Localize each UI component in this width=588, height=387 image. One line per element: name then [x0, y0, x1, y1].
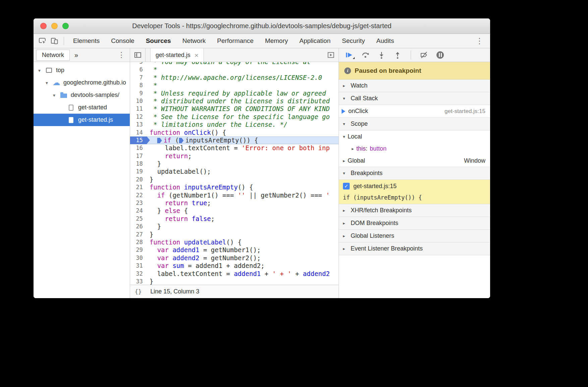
section-global-listeners[interactable]: ▸ Global Listeners — [339, 230, 490, 242]
line-number-gutter[interactable]: 12 — [130, 113, 147, 121]
editor-file-tab[interactable]: get-started.js × — [150, 48, 204, 62]
line-number-gutter[interactable]: 24 — [130, 207, 147, 215]
section-scope[interactable]: ▾ Scope — [339, 118, 490, 130]
scope-variable-this[interactable]: ▸ this: button — [339, 143, 490, 155]
code-line: 23 return true; — [130, 199, 339, 207]
step-out-button[interactable] — [391, 50, 404, 60]
line-number-gutter[interactable]: 14 — [130, 129, 147, 136]
line-number-gutter[interactable]: 21 — [130, 183, 147, 191]
deactivate-breakpoints-button[interactable] — [418, 50, 430, 60]
inspect-element-button[interactable] — [36, 36, 48, 46]
line-number-gutter[interactable]: 28 — [130, 238, 147, 246]
line-number-gutter[interactable]: 5 — [130, 62, 147, 66]
line-content: * Unless required by applicable law or a… — [147, 90, 339, 97]
breakpoint-checkbox[interactable]: ✓ — [343, 183, 350, 189]
scope-group-local[interactable]: ▾ Local — [339, 130, 490, 143]
editor-pane: get-started.js × 5 * You may obtain a co… — [130, 48, 339, 298]
line-number-gutter[interactable]: 23 — [130, 199, 147, 207]
code-line: 25 return false; — [130, 215, 339, 223]
tab-performance[interactable]: Performance — [212, 34, 259, 48]
breakpoint-code-snippet[interactable]: if (inputsAreEmpty()) { — [339, 192, 490, 204]
toggle-navigator-button[interactable] — [130, 48, 145, 62]
line-number-gutter[interactable]: 7 — [130, 74, 147, 81]
breakpoint-entry[interactable]: ✓ get-started.js:15 if (inputsAreEmpty()… — [339, 180, 490, 204]
frame-location: get-started.js:15 — [445, 108, 490, 115]
tab-security[interactable]: Security — [336, 34, 371, 48]
section-label: Event Listener Breakpoints — [351, 245, 423, 252]
tree-item-get-started[interactable]: get-started — [34, 101, 130, 114]
step-over-button[interactable] — [359, 50, 372, 60]
line-number-gutter[interactable]: 22 — [130, 191, 147, 199]
scope-group-label: Global — [348, 157, 365, 164]
section-event-listener-breakpoints[interactable]: ▸ Event Listener Breakpoints — [339, 242, 490, 255]
line-number-gutter[interactable]: 30 — [130, 254, 147, 262]
code-editor[interactable]: 5 * You may obtain a copy of the License… — [130, 62, 339, 285]
line-content: if (getNumber1() === '' || getNumber2() … — [147, 191, 339, 199]
line-number-gutter[interactable]: 15 — [130, 136, 147, 144]
line-number-gutter[interactable]: 25 — [130, 215, 147, 223]
line-number-gutter[interactable]: 16 — [130, 144, 147, 152]
maximize-window-button[interactable] — [62, 23, 69, 29]
tree-item-top[interactable]: ▾ top — [34, 64, 130, 76]
cursor-position-text: Line 15, Column 3 — [150, 288, 199, 295]
tree-item-origin[interactable]: ▾ ☁ googlechrome.github.io — [34, 76, 130, 89]
section-xhr-breakpoints[interactable]: ▸ XHR/fetch Breakpoints — [339, 204, 490, 217]
tab-audits[interactable]: Audits — [371, 34, 400, 48]
line-number-gutter[interactable]: 32 — [130, 270, 147, 278]
tree-item-folder[interactable]: ▾ devtools-samples/ — [34, 89, 130, 101]
device-toolbar-button[interactable] — [48, 36, 60, 46]
frame-function-name: onClick — [348, 108, 368, 115]
line-content: function onClick() { — [147, 129, 339, 136]
navigator-overflow-chevron-icon[interactable]: » — [74, 51, 78, 59]
section-watch[interactable]: ▸ Watch — [339, 79, 490, 92]
section-dom-breakpoints[interactable]: ▸ DOM Breakpoints — [339, 217, 490, 230]
expand-arrow-icon[interactable]: ▾ — [53, 93, 60, 98]
line-number-gutter[interactable]: 18 — [130, 160, 147, 168]
collapse-arrow-icon: ▸ — [343, 83, 348, 88]
section-breakpoints[interactable]: ▾ Breakpoints — [339, 167, 490, 180]
tab-memory[interactable]: Memory — [259, 34, 294, 48]
editor-panel-toggle-button[interactable] — [327, 51, 335, 59]
pretty-print-button[interactable]: {} — [135, 288, 141, 295]
scope-group-global[interactable]: ▸ Global Window — [339, 155, 490, 167]
pause-on-exceptions-button[interactable] — [434, 50, 447, 60]
title-bar[interactable]: Developer Tools - https://googlechrome.g… — [34, 18, 490, 34]
line-number-gutter[interactable]: 27 — [130, 231, 147, 238]
line-number-gutter[interactable]: 19 — [130, 168, 147, 175]
line-number-gutter[interactable]: 33 — [130, 278, 147, 285]
expand-arrow-icon[interactable]: ▾ — [38, 68, 45, 73]
tab-network[interactable]: Network — [177, 34, 212, 48]
line-content: var addend1 = getNumber1(); — [147, 246, 339, 254]
minimize-window-button[interactable] — [51, 23, 58, 29]
line-number-gutter[interactable]: 29 — [130, 246, 147, 254]
call-stack-frame[interactable]: onClick get-started.js:15 — [339, 105, 490, 118]
line-number-gutter[interactable]: 6 — [130, 66, 147, 73]
line-number-gutter[interactable]: 8 — [130, 81, 147, 89]
section-call-stack[interactable]: ▾ Call Stack — [339, 92, 490, 105]
close-tab-icon[interactable]: × — [194, 52, 198, 59]
pause-on-exceptions-icon — [436, 51, 444, 59]
navigator-more-icon[interactable]: ⋮ — [116, 51, 127, 59]
line-number-gutter[interactable]: 13 — [130, 121, 147, 128]
tab-elements[interactable]: Elements — [67, 34, 105, 48]
tree-item-get-started-js[interactable]: get-started.js — [34, 114, 130, 126]
main-menu-more-icon[interactable]: ⋮ — [472, 37, 487, 45]
step-into-button[interactable] — [375, 50, 388, 60]
line-number-gutter[interactable]: 20 — [130, 176, 147, 183]
line-content: return true; — [147, 199, 339, 207]
navigator-tab-network[interactable]: Network — [36, 50, 70, 61]
line-number-gutter[interactable]: 31 — [130, 262, 147, 270]
resume-button[interactable] — [343, 50, 356, 60]
line-content: * limitations under the License. */ — [147, 121, 339, 128]
line-number-gutter[interactable]: 11 — [130, 105, 147, 113]
tab-console[interactable]: Console — [105, 34, 140, 48]
expand-arrow-icon[interactable]: ▾ — [46, 80, 52, 86]
line-number-gutter[interactable]: 26 — [130, 223, 147, 230]
close-window-button[interactable] — [40, 23, 47, 29]
code-line: 10 * distributed under the License is di… — [130, 97, 339, 105]
tab-sources[interactable]: Sources — [140, 34, 177, 48]
line-number-gutter[interactable]: 17 — [130, 152, 147, 160]
tab-application[interactable]: Application — [294, 34, 336, 48]
line-number-gutter[interactable]: 9 — [130, 90, 147, 97]
line-number-gutter[interactable]: 10 — [130, 97, 147, 105]
